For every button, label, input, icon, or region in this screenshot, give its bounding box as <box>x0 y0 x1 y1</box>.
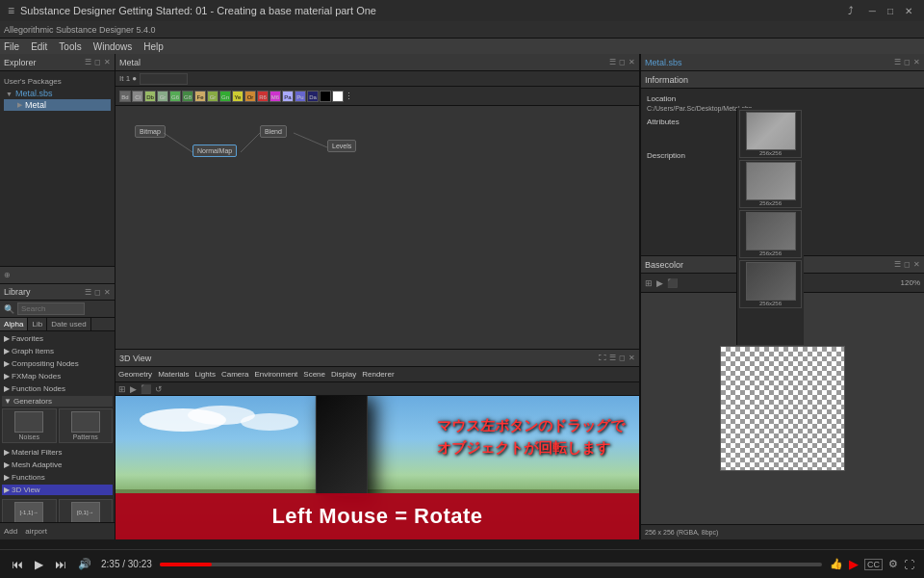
lib-tab-date[interactable]: Date used <box>47 318 90 330</box>
toolbar-environment[interactable]: Environment <box>254 370 297 379</box>
lib-graph-label[interactable]: ▶ Graph Items <box>2 346 113 356</box>
color-fe4[interactable]: Fe <box>194 91 206 102</box>
explorer-icon1[interactable]: ☰ <box>85 58 91 66</box>
toolbar-geometry[interactable]: Geometry <box>118 370 152 379</box>
toolbar-materials[interactable]: Materials <box>158 370 189 379</box>
color-grs[interactable]: Gr <box>157 91 168 102</box>
like-icon[interactable]: 👍 <box>830 558 843 570</box>
minimize-button[interactable]: ─ <box>865 6 880 16</box>
view3d-icon1[interactable]: ⛶ <box>599 354 606 362</box>
thumb-1[interactable]: 256x256 <box>739 110 802 158</box>
metal-icon1[interactable]: ☰ <box>609 58 616 66</box>
progress-bar[interactable] <box>160 563 822 566</box>
vp-icon2[interactable]: ▶ <box>130 384 137 394</box>
color-gr6[interactable]: Gr <box>207 91 218 102</box>
tree-item-metal[interactable]: ▶ Metal <box>4 99 111 111</box>
lib-close[interactable]: ✕ <box>104 288 111 297</box>
color-gn6[interactable]: Gn <box>219 91 231 102</box>
color-black-sq[interactable] <box>320 91 331 102</box>
color-g6[interactable]: G6 <box>169 91 181 102</box>
menu-edit[interactable]: Edit <box>31 41 47 52</box>
bc-close[interactable]: ✕ <box>913 260 920 269</box>
menu-help[interactable]: Help <box>143 41 164 52</box>
play-button[interactable]: ▶ <box>33 556 45 573</box>
abs-icon2[interactable]: ◻ <box>904 58 911 66</box>
lib-tab-alpha[interactable]: Alpha <box>0 318 28 330</box>
color-dbs[interactable]: Db <box>144 91 156 102</box>
hamburger-icon[interactable]: ≡ <box>8 4 14 17</box>
color-pa[interactable]: Pa <box>282 91 294 102</box>
lib-tab-lib[interactable]: Lib <box>28 318 47 330</box>
vp-icon1[interactable]: ⊞ <box>118 384 126 394</box>
metal-close[interactable]: ✕ <box>629 58 635 66</box>
lib-function-label[interactable]: ▶ Function Nodes <box>2 383 113 394</box>
cc-icon[interactable]: CC <box>864 559 883 570</box>
fullscreen-icon[interactable]: ⛶ <box>904 559 914 570</box>
close-button[interactable]: ✕ <box>901 6 916 16</box>
lib-generators-label[interactable]: ▼ Generators <box>2 396 113 407</box>
lib-matfilters-label[interactable]: ▶ Material Filters <box>2 447 113 458</box>
toolbar-lights[interactable]: Lights <box>195 370 216 379</box>
search-bar[interactable] <box>140 73 188 85</box>
node-box-3[interactable]: Blend <box>260 125 287 138</box>
explorer-icon2[interactable]: ◻ <box>94 58 101 66</box>
maximize-button[interactable]: □ <box>884 6 897 16</box>
menu-file[interactable]: File <box>4 41 19 52</box>
add-button[interactable]: Add <box>4 527 17 536</box>
node-box-2[interactable]: NormalMap <box>192 144 237 157</box>
toolbar-renderer[interactable]: Renderer <box>362 370 394 379</box>
vp-icon3[interactable]: ⬛ <box>141 384 151 394</box>
lib-node-patterns[interactable]: Patterns <box>59 408 114 443</box>
search-input[interactable] <box>17 302 85 315</box>
toolbar-display[interactable]: Display <box>331 370 356 379</box>
bc-tool1[interactable]: ⊞ <box>645 278 653 288</box>
lib-mesh-label[interactable]: ▶ Mesh Adaptive <box>2 460 113 470</box>
abs-icon1[interactable]: ☰ <box>894 58 901 66</box>
bc-icon1[interactable]: ☰ <box>894 260 901 269</box>
settings-icon[interactable]: ⚙ <box>888 558 898 570</box>
tree-item-metal-sbs[interactable]: ▼ Metal.sbs <box>4 88 111 99</box>
lib-favorites-label[interactable]: ▶ Favorites <box>2 333 113 344</box>
prev-button[interactable]: ⏮ <box>10 556 25 573</box>
next-button[interactable]: ⏭ <box>53 556 68 573</box>
color-bd[interactable]: Bd <box>119 91 131 102</box>
color-or6[interactable]: Or <box>244 91 256 102</box>
menu-tools[interactable]: Tools <box>59 41 81 52</box>
lib-node-noises[interactable]: Noises <box>2 408 57 443</box>
view3d-close[interactable]: ✕ <box>629 354 635 362</box>
abs-close[interactable]: ✕ <box>913 58 920 66</box>
thumb-4[interactable]: 256x256 <box>739 260 802 308</box>
metal-icon2[interactable]: ◻ <box>619 58 626 66</box>
bc-tool2[interactable]: ▶ <box>656 278 663 288</box>
volume-button[interactable]: 🔊 <box>76 556 93 572</box>
bc-icon2[interactable]: ◻ <box>904 260 911 269</box>
lib-functions-label[interactable]: ▶ Functions <box>2 472 113 483</box>
color-ye6[interactable]: Ye <box>232 91 244 102</box>
lib-node-0to1[interactable]: [0,1]→ [0, 1] to[-1, 1] <box>59 499 114 522</box>
lib-compositing-label[interactable]: ▶ Compositing Nodes <box>2 358 113 369</box>
toolbar-scene[interactable]: Scene <box>303 370 325 379</box>
yt-icon[interactable]: ▶ <box>849 557 859 571</box>
vp-icon4[interactable]: ↺ <box>155 384 163 394</box>
lib-icon1[interactable]: ☰ <box>85 288 91 297</box>
node-box-4[interactable]: Levels <box>327 140 356 152</box>
toolbar-camera[interactable]: Camera <box>221 370 248 379</box>
toolbar-more[interactable]: ⋮ <box>345 92 353 101</box>
color-g8[interactable]: G8 <box>182 91 193 102</box>
color-r6[interactable]: R6 <box>257 91 269 102</box>
thumb-2[interactable]: 256x256 <box>739 160 802 208</box>
color-cls[interactable]: Cl <box>132 91 143 102</box>
color-white-sq[interactable] <box>332 91 344 102</box>
lib-fxmap-label[interactable]: ▶ FXMap Nodes <box>2 371 113 381</box>
color-da[interactable]: Da <box>307 91 319 102</box>
view3d-icon3[interactable]: ◻ <box>619 354 626 362</box>
explorer-close[interactable]: ✕ <box>104 58 111 66</box>
node-box-1[interactable]: Bitmap <box>135 125 166 138</box>
bc-tool3[interactable]: ⬛ <box>667 278 678 288</box>
menu-windows[interactable]: Windows <box>93 41 133 52</box>
lib-3dview-label[interactable]: ▶ 3D View <box>2 485 113 495</box>
lib-node-neg1to0[interactable]: [-1,1]→ [-1, 1] to[0, 1] <box>2 499 57 522</box>
view3d-icon2[interactable]: ☰ <box>609 354 616 362</box>
share-icon[interactable]: ⤴ <box>848 5 854 16</box>
lib-icon2[interactable]: ◻ <box>94 288 101 297</box>
